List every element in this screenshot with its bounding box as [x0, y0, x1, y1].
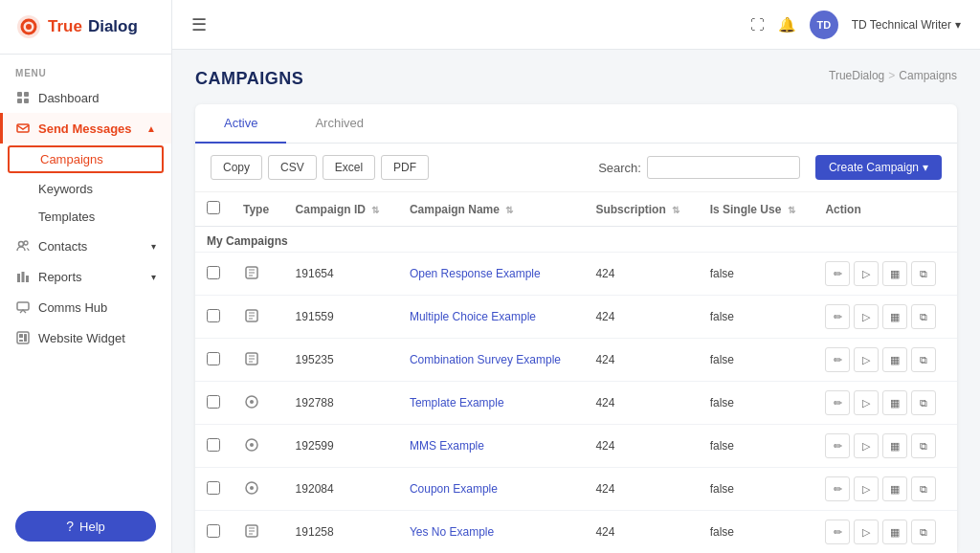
action-icons: ✏▷▦⧉: [825, 433, 946, 458]
row-checkbox-cell: [195, 425, 232, 468]
send-icon[interactable]: ▷: [854, 347, 879, 372]
campaign-name-link[interactable]: Open Response Example: [410, 267, 541, 280]
send-icon[interactable]: ▷: [854, 261, 879, 286]
copy-icon[interactable]: ⧉: [911, 520, 936, 544]
row-checkbox[interactable]: [207, 309, 220, 322]
sidebar-subitem-templates[interactable]: Templates: [0, 203, 171, 231]
row-checkbox[interactable]: [207, 524, 220, 538]
excel-button[interactable]: Excel: [323, 155, 375, 180]
search-input[interactable]: [647, 156, 800, 179]
row-type: [232, 339, 284, 382]
send-icon[interactable]: ▷: [854, 520, 879, 544]
sort-campaign-name-icon[interactable]: ⇅: [505, 205, 513, 215]
copy-icon[interactable]: ⧉: [911, 433, 936, 458]
campaigns-card: Active Archived Copy CSV Excel PDF Searc…: [195, 104, 957, 553]
chart-icon[interactable]: ▦: [882, 347, 907, 372]
edit-icon[interactable]: ✏: [825, 261, 850, 286]
edit-icon[interactable]: ✏: [825, 433, 850, 458]
campaign-name-link[interactable]: MMS Example: [410, 439, 484, 453]
user-menu-chevron[interactable]: ▾: [955, 18, 961, 32]
row-actions: ✏▷▦⧉: [813, 382, 957, 425]
copy-button[interactable]: Copy: [211, 155, 262, 180]
sidebar-subitem-keywords[interactable]: Keywords: [0, 175, 171, 203]
svg-rect-16: [19, 340, 23, 342]
website-widget-label: Website Widget: [38, 331, 125, 345]
page-header: CAMPAIGNS TrueDialog > Campaigns: [195, 69, 957, 89]
csv-button[interactable]: CSV: [268, 155, 317, 180]
chart-icon[interactable]: ▦: [882, 520, 907, 544]
sidebar-item-send-messages[interactable]: Send Messages ▲: [0, 113, 171, 144]
copy-icon[interactable]: ⧉: [911, 261, 936, 286]
campaign-name-link[interactable]: Multiple Choice Example: [410, 310, 536, 323]
copy-icon[interactable]: ⧉: [911, 347, 936, 372]
table-row: 192788Template Example424false✏▷▦⧉: [195, 382, 957, 425]
help-button[interactable]: ? Help: [15, 511, 156, 542]
row-checkbox-cell: [195, 511, 232, 554]
sort-subscription-icon[interactable]: ⇅: [672, 205, 679, 215]
sidebar-item-dashboard[interactable]: Dashboard: [0, 82, 171, 113]
edit-icon[interactable]: ✏: [825, 347, 850, 372]
col-campaign-name: Campaign Name ⇅: [398, 192, 584, 227]
send-icon[interactable]: ▷: [854, 304, 879, 329]
row-is-single-use: false: [699, 339, 814, 382]
tab-active[interactable]: Active: [195, 104, 286, 144]
row-checkbox-cell: [195, 339, 232, 382]
chart-icon[interactable]: ▦: [882, 390, 907, 415]
menu-label: MENU: [0, 55, 171, 82]
row-checkbox-cell: [195, 253, 232, 296]
chart-icon[interactable]: ▦: [882, 476, 907, 501]
row-checkbox-cell: [195, 468, 232, 511]
svg-point-8: [19, 242, 24, 247]
send-icon[interactable]: ▷: [854, 476, 879, 501]
table-row: 191654Open Response Example424false✏▷▦⧉: [195, 253, 957, 296]
campaign-name-link[interactable]: Template Example: [410, 396, 504, 409]
svg-rect-6: [24, 99, 29, 103]
user-avatar[interactable]: TD: [810, 11, 838, 39]
send-icon[interactable]: ▷: [854, 433, 879, 458]
notifications-icon[interactable]: 🔔: [778, 16, 796, 33]
sort-campaign-id-icon[interactable]: ⇅: [371, 205, 379, 215]
campaign-name-link[interactable]: Yes No Example: [410, 525, 494, 539]
edit-icon[interactable]: ✏: [825, 304, 850, 329]
pdf-button[interactable]: PDF: [381, 155, 429, 180]
action-icons: ✏▷▦⧉: [825, 261, 946, 286]
sidebar-item-website-widget[interactable]: Website Widget: [0, 322, 171, 353]
chart-icon[interactable]: ▦: [882, 304, 907, 329]
edit-icon[interactable]: ✏: [825, 390, 850, 415]
campaign-name-link[interactable]: Coupon Example: [410, 482, 498, 496]
copy-icon[interactable]: ⧉: [911, 304, 936, 329]
chart-icon[interactable]: ▦: [882, 433, 907, 458]
sidebar-item-comms-hub[interactable]: Comms Hub: [0, 292, 171, 322]
logo-dialog: Dialog: [88, 17, 138, 36]
row-checkbox[interactable]: [207, 438, 220, 452]
select-all-checkbox[interactable]: [207, 201, 220, 214]
campaign-name-link[interactable]: Combination Survey Example: [410, 353, 561, 366]
row-checkbox-cell: [195, 296, 232, 339]
chart-icon[interactable]: ▦: [882, 261, 907, 286]
svg-rect-14: [17, 332, 29, 343]
copy-icon[interactable]: ⧉: [911, 390, 936, 415]
row-campaign-name: Template Example: [398, 382, 584, 425]
send-icon[interactable]: ▷: [854, 390, 879, 415]
col-subscription: Subscription ⇅: [584, 192, 698, 227]
row-checkbox[interactable]: [207, 481, 220, 495]
comms-hub-label: Comms Hub: [38, 300, 107, 315]
row-campaign-id: 191654: [284, 253, 398, 296]
hamburger-menu-icon[interactable]: ☰: [191, 14, 207, 35]
sort-single-use-icon[interactable]: ⇅: [788, 205, 795, 215]
sidebar-subitem-campaigns[interactable]: Campaigns: [8, 145, 164, 173]
sidebar-item-reports[interactable]: Reports ▾: [0, 261, 171, 292]
create-campaign-button[interactable]: Create Campaign ▾: [815, 155, 942, 180]
edit-icon[interactable]: ✏: [825, 476, 850, 501]
row-checkbox[interactable]: [207, 352, 220, 365]
edit-icon[interactable]: ✏: [825, 520, 850, 544]
copy-icon[interactable]: ⧉: [911, 476, 936, 501]
expand-icon[interactable]: ⛶: [750, 16, 765, 33]
row-checkbox[interactable]: [207, 395, 220, 409]
tab-archived[interactable]: Archived: [286, 104, 392, 144]
row-checkbox[interactable]: [207, 266, 220, 279]
sidebar-item-contacts[interactable]: Contacts ▾: [0, 231, 171, 261]
type-icon: [243, 479, 260, 497]
col-campaign-id: Campaign ID ⇅: [284, 192, 398, 227]
row-actions: ✏▷▦⧉: [813, 511, 957, 554]
